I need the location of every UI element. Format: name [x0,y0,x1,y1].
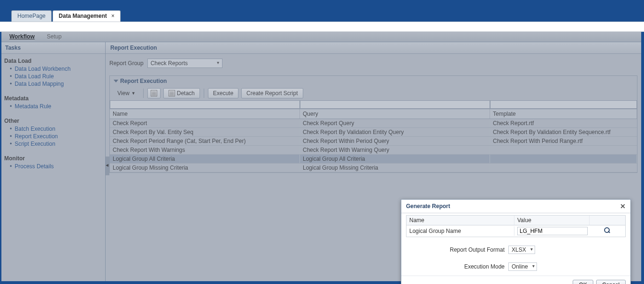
tab-data-management-label: Data Management [59,13,107,19]
sub-tab-workflow[interactable]: Workflow [3,31,41,42]
link-data-load-rule[interactable]: Data Load Rule [15,73,54,80]
view-menu[interactable]: View▼ [114,89,139,98]
cell-query: Check Report Query [300,119,490,127]
table-row[interactable]: Check ReportCheck Report QueryCheck Repo… [110,119,637,128]
cell-template [490,155,637,163]
link-data-load-mapping[interactable]: Data Load Mapping [15,81,64,87]
filter-query[interactable] [300,100,490,109]
cell-template: Check Report With Period Range.rtf [490,137,637,145]
col-query[interactable]: Query [300,109,490,119]
sidebar-collapse-handle[interactable] [106,157,109,175]
top-tab-bar: HomePage Data Management × [0,0,644,22]
group-monitor: Monitor [4,155,102,162]
ok-button[interactable]: OK [573,280,593,284]
cell-query: Logical Group Missing Criteria [300,164,490,172]
report-group-select[interactable]: Check Reports [147,59,222,68]
group-data-load: Data Load [4,58,102,64]
table-row[interactable]: Logical Group Missing CriteriaLogical Gr… [110,164,637,172]
cell-template [490,146,637,154]
refresh-button[interactable] [147,88,161,98]
collapse-triangle-icon[interactable] [114,80,118,82]
tasks-title: Tasks [1,42,105,54]
tab-homepage[interactable]: HomePage [11,10,52,22]
inner-panel-title: Report Execution [120,78,167,84]
cell-query: Check Report Within Period Query [300,137,490,145]
table-row[interactable]: Logical Group All CriteriaLogical Group … [110,155,637,164]
cell-name: Check Report Period Range (Cat, Start Pe… [110,137,300,145]
output-format-select[interactable]: XLSX [508,246,535,254]
col-template[interactable]: Template [490,109,637,119]
execution-mode-label: Execution Mode [434,263,505,270]
report-group-label: Report Group [109,60,144,67]
close-icon[interactable]: × [111,13,115,19]
param-col-value: Value [514,216,590,225]
dialog-close-icon[interactable]: ✕ [620,202,626,210]
group-other: Other [4,118,102,124]
detach-icon [169,90,175,97]
lookup-icon[interactable] [604,227,611,234]
execution-mode-select[interactable]: Online [508,262,537,271]
cell-template: Check Report.rtf [490,119,637,127]
cell-name: Check Report By Val. Entity Seq [110,128,300,136]
filter-name[interactable] [110,100,300,109]
output-format-label: Report Output Format [434,247,505,253]
toolbar: View▼ Detach Execute Create Report Scrip… [110,86,637,100]
tasks-panel: Tasks Data Load Data Load Workbench Data… [1,42,106,281]
cell-name: Logical Group Missing Criteria [110,164,300,172]
cancel-button[interactable]: Cancel [596,280,626,284]
cell-name: Logical Group All Criteria [110,155,300,163]
table-row[interactable]: Check Report With WarningsCheck Report W… [110,146,637,155]
link-script-execution[interactable]: Script Execution [15,141,55,147]
dialog-title: Generate Report [406,203,450,209]
create-report-script-button[interactable]: Create Report Script [241,88,303,98]
link-metadata-rule[interactable]: Metadata Rule [15,103,51,110]
refresh-icon [151,90,157,97]
param-name: Logical Group Name [406,226,514,236]
link-process-details[interactable]: Process Details [15,163,54,170]
param-col-name: Name [406,216,514,225]
link-data-load-workbench[interactable]: Data Load Workbench [15,66,70,72]
col-name[interactable]: Name [110,109,300,119]
sub-tab-bar: Workflow Setup [1,32,641,42]
cell-name: Check Report [110,119,300,127]
cell-template [490,164,637,172]
group-metadata: Metadata [4,95,102,102]
detach-button[interactable]: Detach [163,88,200,98]
table-row[interactable]: Check Report Period Range (Cat, Start Pe… [110,137,637,146]
white-strip [0,22,644,32]
sub-tab-setup[interactable]: Setup [41,31,68,42]
cell-query: Logical Group All Criteria [300,155,490,163]
table-row[interactable]: Check Report By Val. Entity SeqCheck Rep… [110,128,637,137]
cell-query: Check Report By Validation Entity Query [300,128,490,136]
filter-template[interactable] [490,100,637,109]
inner-panel: Report Execution View▼ Detach Execute Cr… [109,75,637,173]
cell-template: Check Report By Validation Entity Sequen… [490,128,637,136]
link-report-execution[interactable]: Report Execution [15,133,58,140]
execute-button[interactable]: Execute [208,88,238,98]
cell-name: Check Report With Warnings [110,146,300,154]
generate-report-dialog: Generate Report ✕ Name Value Logical Gro… [401,199,631,284]
content-title: Report Execution [106,42,641,54]
tab-data-management[interactable]: Data Management × [53,10,121,22]
cell-query: Check Report With Warning Query [300,146,490,154]
param-value-input[interactable] [517,227,588,235]
link-batch-execution[interactable]: Batch Execution [15,126,55,132]
